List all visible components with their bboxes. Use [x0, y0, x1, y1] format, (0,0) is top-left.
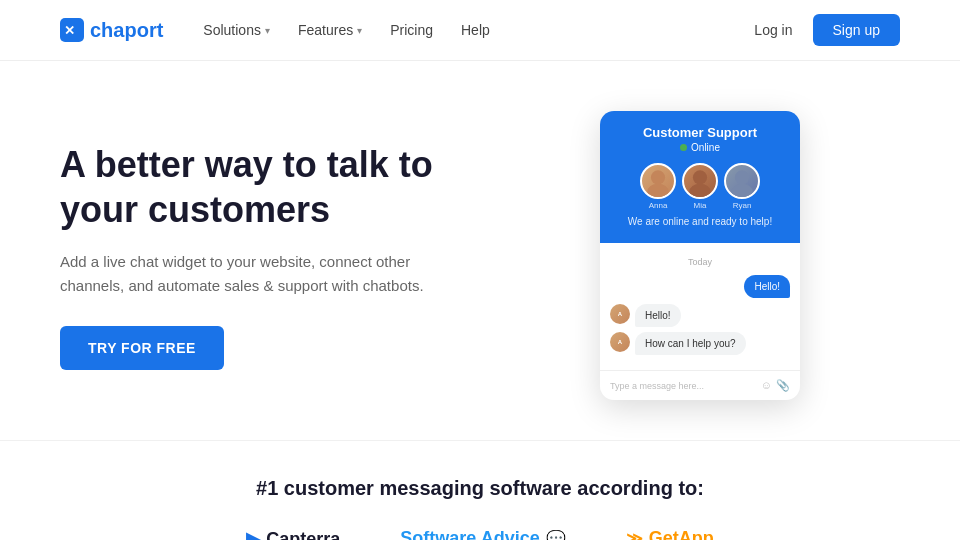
nav-help[interactable]: Help — [461, 22, 490, 38]
chat-input-placeholder: Type a message here... — [610, 381, 704, 391]
nav-solutions[interactable]: Solutions ▾ — [203, 22, 270, 38]
nav-pricing[interactable]: Pricing — [390, 22, 433, 38]
avatar-group-mia: Mia — [682, 163, 718, 210]
chat-input-row[interactable]: Type a message here... ☺ 📎 — [600, 370, 800, 400]
chevron-down-icon: ▾ — [265, 25, 270, 36]
nav-features[interactable]: Features ▾ — [298, 22, 362, 38]
chat-header: Customer Support Online Anna — [600, 111, 800, 243]
bubble-avatar-anna: A — [610, 304, 630, 324]
hero-text: A better way to talk to your customers A… — [60, 142, 460, 370]
hero-visual: Customer Support Online Anna — [500, 111, 900, 400]
svg-point-2 — [651, 170, 665, 184]
avatar-label-ryan: Ryan — [733, 201, 752, 210]
chevron-down-icon: ▾ — [357, 25, 362, 36]
capterra-icon: ▶ — [246, 528, 260, 540]
avatar-group-anna: Anna — [640, 163, 676, 210]
chat-bubble-hello-left: A Hello! — [610, 304, 790, 327]
logo-text: chaport — [90, 19, 163, 42]
chat-day-label: Today — [610, 257, 790, 267]
ratings-row: ▶ Capterra 4.8 out of 5 ★★★★★ Software A… — [60, 528, 900, 540]
avatar-mia — [682, 163, 718, 199]
agent-avatars: Anna Mia Ryan — [616, 163, 784, 210]
software-advice-name: Software Advice — [400, 528, 539, 540]
hero-subtitle: Add a live chat widget to your website, … — [60, 250, 460, 298]
chat-bubble-help: A How can I help you? — [610, 332, 790, 355]
online-label: Online — [691, 142, 720, 153]
navbar: ✕ chaport Solutions ▾ Features ▾ Pricing… — [0, 0, 960, 61]
chat-header-message: We are online and ready to help! — [616, 216, 784, 227]
hero-title: A better way to talk to your customers — [60, 142, 460, 232]
capterra-name: Capterra — [266, 529, 340, 541]
rating-capterra: ▶ Capterra 4.8 out of 5 ★★★★★ — [246, 528, 340, 540]
svg-point-3 — [647, 184, 668, 199]
logo[interactable]: ✕ chaport — [60, 18, 163, 42]
chat-header-title: Customer Support — [616, 125, 784, 140]
signup-button[interactable]: Sign up — [813, 14, 900, 46]
nav-links: Solutions ▾ Features ▾ Pricing Help — [203, 22, 489, 38]
chat-widget-mockup: Customer Support Online Anna — [600, 111, 800, 400]
svg-text:✕: ✕ — [64, 23, 75, 38]
capterra-logo: ▶ Capterra — [246, 528, 340, 540]
bubble-help-text: How can I help you? — [635, 332, 746, 355]
avatar-ryan — [724, 163, 760, 199]
software-advice-logo: Software Advice 💬 — [400, 528, 565, 540]
ratings-section: #1 customer messaging software according… — [0, 440, 960, 540]
svg-point-5 — [689, 184, 710, 199]
rating-software-advice: Software Advice 💬 4.8 out of 5 ★★★★★ — [400, 528, 565, 540]
chat-bubble-hello-right: Hello! — [610, 275, 790, 298]
svg-point-7 — [731, 184, 752, 199]
chat-body: Today Hello! A Hello! A How can I help y… — [600, 243, 800, 370]
online-badge: Online — [616, 142, 784, 153]
getapp-logo: ≫ GetApp — [626, 528, 714, 540]
try-for-free-button[interactable]: TRY FOR FREE — [60, 326, 224, 370]
bubble-hello-left: Hello! — [635, 304, 681, 327]
getapp-icon: ≫ — [626, 529, 643, 540]
svg-point-4 — [693, 170, 707, 184]
nav-right: Log in Sign up — [754, 14, 900, 46]
hero-section: A better way to talk to your customers A… — [0, 61, 960, 440]
emoji-icon[interactable]: ☺ — [761, 379, 772, 392]
bubble-avatar-anna2: A — [610, 332, 630, 352]
bubble-hello-right: Hello! — [744, 275, 790, 298]
logo-icon: ✕ — [60, 18, 84, 42]
chat-input-icons: ☺ 📎 — [761, 379, 790, 392]
avatar-label-mia: Mia — [694, 201, 707, 210]
software-advice-icon: 💬 — [546, 529, 566, 540]
getapp-name: GetApp — [649, 528, 714, 540]
ratings-title: #1 customer messaging software according… — [60, 477, 900, 500]
avatar-label-anna: Anna — [649, 201, 668, 210]
attachment-icon[interactable]: 📎 — [776, 379, 790, 392]
avatar-anna — [640, 163, 676, 199]
avatar-group-ryan: Ryan — [724, 163, 760, 210]
login-link[interactable]: Log in — [754, 22, 792, 38]
svg-point-6 — [735, 170, 749, 184]
online-dot-icon — [680, 144, 687, 151]
rating-getapp: ≫ GetApp 4.8 out of 5 ★★★★★ — [626, 528, 714, 540]
